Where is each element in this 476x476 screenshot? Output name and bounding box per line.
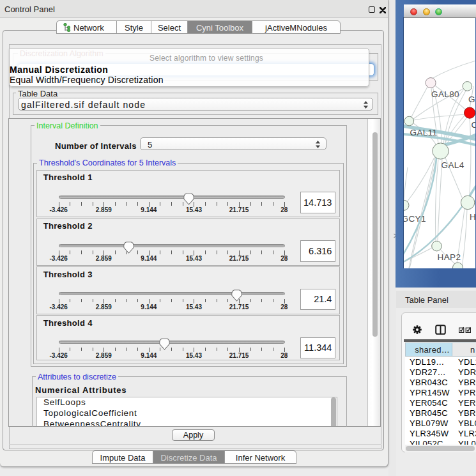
svg-text:H: H (470, 212, 475, 222)
svg-text:C: C (472, 120, 476, 130)
svg-text:GCY1: GCY1 (404, 214, 426, 224)
svg-text:GAL4: GAL4 (441, 160, 464, 170)
svg-text:HAP2: HAP2 (438, 252, 461, 262)
svg-text:GA: GA (468, 95, 475, 104)
svg-text:GAL80: GAL80 (431, 89, 459, 99)
svg-text:GAL11: GAL11 (410, 128, 438, 137)
